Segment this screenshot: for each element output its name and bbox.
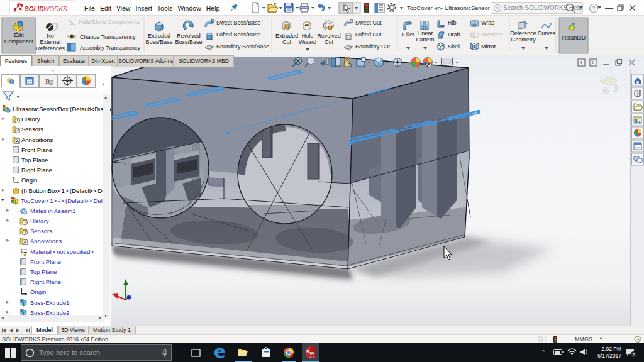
svg-text:Linear: Linear bbox=[417, 30, 433, 36]
svg-text:Extruded: Extruded bbox=[275, 33, 298, 39]
svg-text:Boundary Cut: Boundary Cut bbox=[355, 43, 391, 50]
svg-text:Cut: Cut bbox=[325, 39, 334, 45]
svg-text:Boss/Base: Boss/Base bbox=[175, 39, 202, 45]
svg-text:Mirror: Mirror bbox=[481, 43, 496, 50]
svg-text:Draft: Draft bbox=[448, 31, 460, 38]
svg-text:Reference: Reference bbox=[510, 30, 536, 36]
svg-text:ab: ab bbox=[472, 23, 477, 26]
svg-text:Cut: Cut bbox=[282, 39, 292, 45]
svg-text:Fillet: Fillet bbox=[402, 31, 414, 38]
svg-text:Component: Component bbox=[4, 38, 34, 45]
svg-text:WORKS: WORKS bbox=[43, 6, 67, 13]
svg-text:References: References bbox=[36, 45, 65, 52]
svg-text:No: No bbox=[47, 33, 54, 39]
svg-text:Assembly Transparency: Assembly Transparency bbox=[80, 45, 141, 51]
svg-text:Geometry: Geometry bbox=[511, 36, 536, 43]
svg-text:Edit: Edit bbox=[14, 32, 24, 38]
svg-text:2: 2 bbox=[633, 352, 636, 358]
svg-text:Lofted Cut: Lofted Cut bbox=[355, 31, 382, 38]
svg-text:Intersect: Intersect bbox=[481, 31, 503, 38]
svg-text:Instant3D: Instant3D bbox=[562, 35, 586, 41]
svg-text:Change Transparency: Change Transparency bbox=[80, 34, 136, 40]
svg-text:Hole: Hole bbox=[302, 33, 314, 39]
svg-text:Shell: Shell bbox=[448, 43, 460, 50]
svg-text:2016: 2016 bbox=[309, 355, 316, 358]
svg-text:Wizard: Wizard bbox=[299, 39, 316, 45]
svg-text:Rib: Rib bbox=[448, 19, 457, 26]
svg-text:Wrap: Wrap bbox=[481, 19, 494, 26]
svg-text:Boundary Boss/Base: Boundary Boss/Base bbox=[216, 43, 269, 50]
svg-text:Swept Cut: Swept Cut bbox=[355, 19, 382, 26]
svg-text:Hide/Show Components: Hide/Show Components bbox=[79, 19, 140, 25]
svg-text:External: External bbox=[40, 39, 60, 45]
svg-text:Curves: Curves bbox=[538, 30, 556, 36]
svg-text:?: ? bbox=[592, 5, 596, 11]
svg-text:Extruded: Extruded bbox=[148, 33, 170, 39]
svg-text:Boss/Base: Boss/Base bbox=[145, 39, 172, 45]
svg-text:Swept Boss/Base: Swept Boss/Base bbox=[216, 19, 261, 26]
svg-text:Revolved: Revolved bbox=[317, 33, 341, 39]
svg-text:Lofted Boss/Base: Lofted Boss/Base bbox=[216, 31, 261, 38]
svg-text:Revolved: Revolved bbox=[177, 33, 201, 39]
svg-text:?: ? bbox=[496, 6, 499, 11]
svg-text:Pattern: Pattern bbox=[416, 36, 434, 43]
svg-text:SOLID: SOLID bbox=[25, 6, 44, 13]
